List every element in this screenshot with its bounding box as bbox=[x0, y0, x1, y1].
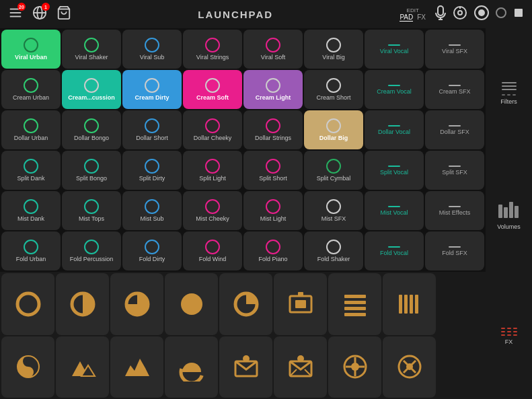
pad-label: Dollar Urban bbox=[14, 135, 48, 142]
pad-row6-col8[interactable]: Fold SFX bbox=[425, 231, 484, 270]
pad-circle-icon bbox=[266, 199, 280, 214]
pad-row4-col8[interactable]: Split SFX bbox=[425, 151, 484, 190]
volume-pad-1[interactable] bbox=[1, 273, 54, 335]
pad-row5-col4[interactable]: Mist Cheeky bbox=[183, 191, 242, 230]
fx-pad-4[interactable] bbox=[165, 336, 218, 398]
pad-row6-col2[interactable]: Fold Percussion bbox=[62, 231, 121, 270]
notifications-button[interactable]: 20 bbox=[8, 5, 23, 23]
pad-row4-col2[interactable]: Split Bongo bbox=[62, 151, 121, 190]
pad-row2-col1[interactable]: Cream Urban bbox=[1, 70, 61, 109]
fx-pad-6[interactable] bbox=[274, 336, 327, 398]
svg-rect-50 bbox=[504, 207, 508, 218]
pad-row3-col8[interactable]: Dollar SFX bbox=[425, 110, 484, 149]
svg-rect-24 bbox=[298, 292, 303, 296]
pad-row5-col1[interactable]: Mist Dank bbox=[1, 191, 61, 230]
pad-row3-col7[interactable]: Dollar Vocal bbox=[365, 110, 424, 149]
mic-icon[interactable] bbox=[435, 5, 446, 23]
pad-label: Cream Soft bbox=[196, 94, 229, 102]
pad-row4-col4[interactable]: Split Light bbox=[183, 151, 242, 190]
pad-row3-col5[interactable]: Dollar Strings bbox=[243, 110, 303, 149]
volumes-button[interactable]: Volumes bbox=[497, 202, 521, 230]
pad-row4-col7[interactable]: Split Vocal bbox=[365, 151, 424, 190]
pad-row6-col5[interactable]: Fold Piano bbox=[243, 231, 303, 270]
fx-pad-1[interactable] bbox=[1, 336, 54, 398]
pad-row1-col4[interactable]: Viral Strings bbox=[183, 30, 242, 69]
pad-circle-icon bbox=[24, 159, 38, 174]
volume-pad-2[interactable] bbox=[56, 273, 109, 335]
fx-pad-2[interactable] bbox=[56, 336, 109, 398]
pad-label: Cream...cussion bbox=[68, 94, 115, 102]
stop-button[interactable] bbox=[513, 7, 524, 21]
pad-label: Viral Sub bbox=[140, 54, 164, 61]
pad-row6-col4[interactable]: Fold Wind bbox=[183, 231, 242, 270]
right-sidebar: Filters Volumes bbox=[486, 28, 532, 399]
pad-row5-col2[interactable]: Mist Tops bbox=[62, 191, 121, 230]
pad-row1-col3[interactable]: Viral Sub bbox=[122, 30, 182, 69]
pad-row4-col5[interactable]: Split Short bbox=[243, 151, 303, 190]
pad-label: Fold Piano bbox=[258, 256, 287, 263]
pad-row4-col3[interactable]: Split Dirty bbox=[122, 151, 182, 190]
pad-row1-col5[interactable]: Viral Soft bbox=[243, 30, 303, 69]
pad-row6-col6[interactable]: Fold Shaker bbox=[304, 231, 363, 270]
pad-label: Fold Vocal bbox=[380, 250, 408, 257]
pad-row1-col7[interactable]: Viral Vocal bbox=[365, 30, 424, 69]
pad-label: Viral Vocal bbox=[380, 48, 408, 55]
globe-button[interactable]: 1 bbox=[32, 5, 47, 23]
pad-tab[interactable]: PAD bbox=[400, 13, 413, 22]
fx-pad-8[interactable] bbox=[383, 336, 436, 398]
pad-label: Mist Light bbox=[260, 215, 287, 223]
pad-row2-col3[interactable]: Cream Dirty bbox=[122, 70, 182, 109]
volume-pad-6[interactable] bbox=[274, 273, 327, 335]
pad-row4-col1[interactable]: Split Dank bbox=[1, 151, 61, 190]
pad-row2-col6[interactable]: Cream Short bbox=[304, 70, 363, 109]
volume-pad-5[interactable] bbox=[219, 273, 272, 335]
pad-row1-col8[interactable]: Viral SFX bbox=[425, 30, 484, 69]
pad-row2-col4[interactable]: Cream Soft bbox=[183, 70, 242, 109]
pad-row5-col5[interactable]: Mist Light bbox=[243, 191, 303, 230]
pad-circle-icon bbox=[205, 118, 220, 133]
cart-button[interactable] bbox=[56, 5, 71, 23]
pad-row5-col8[interactable]: Mist Effects bbox=[425, 191, 484, 230]
pad-row1-col1[interactable]: Viral Urban bbox=[1, 30, 61, 69]
pad-row1-col2[interactable]: Viral Shaker bbox=[62, 30, 121, 69]
volume-pad-3[interactable] bbox=[110, 273, 163, 335]
volume-pad-7[interactable] bbox=[328, 273, 381, 335]
pad-circle-icon bbox=[24, 38, 38, 52]
pad-row3-col2[interactable]: Dollar Bongo bbox=[62, 110, 121, 149]
pad-circle-icon bbox=[205, 78, 220, 93]
knob-icon[interactable] bbox=[453, 5, 467, 23]
pad-row2-col7[interactable]: Cream Vocal bbox=[365, 70, 424, 109]
pad-row2-col8[interactable]: Cream SFX bbox=[425, 70, 484, 109]
fx-pad-3[interactable] bbox=[110, 336, 163, 398]
volume-pad-4[interactable] bbox=[165, 273, 218, 335]
pad-row3-col6[interactable]: Dollar Big bbox=[304, 110, 363, 149]
svg-rect-30 bbox=[404, 295, 408, 314]
pad-row2-col5[interactable]: Cream Light bbox=[243, 70, 303, 109]
pad-row2-col2[interactable]: Cream...cussion bbox=[62, 70, 121, 109]
pad-row6-col1[interactable]: Fold Urban bbox=[1, 231, 61, 270]
pad-row1-col6[interactable]: Viral Big bbox=[304, 30, 363, 69]
pad-row3-col4[interactable]: Dollar Cheeky bbox=[183, 110, 242, 149]
record-button[interactable] bbox=[474, 5, 489, 23]
svg-rect-32 bbox=[415, 295, 418, 314]
fx-pad-7[interactable] bbox=[328, 336, 381, 398]
pad-row6-col7[interactable]: Fold Vocal bbox=[365, 231, 424, 270]
svg-rect-27 bbox=[344, 307, 366, 310]
instrument-grid: Viral UrbanViral ShakerViral SubViral St… bbox=[0, 28, 486, 272]
pad-circle-icon bbox=[84, 159, 99, 174]
fx-tab[interactable]: FX bbox=[417, 13, 426, 22]
fx-pad-5[interactable] bbox=[219, 336, 272, 398]
filters-button[interactable]: Filters bbox=[500, 82, 517, 105]
pad-row5-col6[interactable]: Mist SFX bbox=[304, 191, 363, 230]
fx-button[interactable]: FX bbox=[501, 328, 517, 345]
pad-circle-icon bbox=[145, 78, 159, 93]
pad-row3-col1[interactable]: Dollar Urban bbox=[1, 110, 61, 149]
pad-row4-col6[interactable]: Split Cymbal bbox=[304, 151, 363, 190]
pad-row6-col3[interactable]: Fold Dirty bbox=[122, 231, 182, 270]
pad-row5-col3[interactable]: Mist Sub bbox=[122, 191, 182, 230]
pad-label: Split Vocal bbox=[380, 169, 408, 176]
volume-pad-8[interactable] bbox=[383, 273, 436, 335]
pad-row5-col7[interactable]: Mist Vocal bbox=[365, 191, 424, 230]
pad-row3-col3[interactable]: Dollar Short bbox=[122, 110, 182, 149]
settings-button[interactable] bbox=[496, 7, 506, 21]
